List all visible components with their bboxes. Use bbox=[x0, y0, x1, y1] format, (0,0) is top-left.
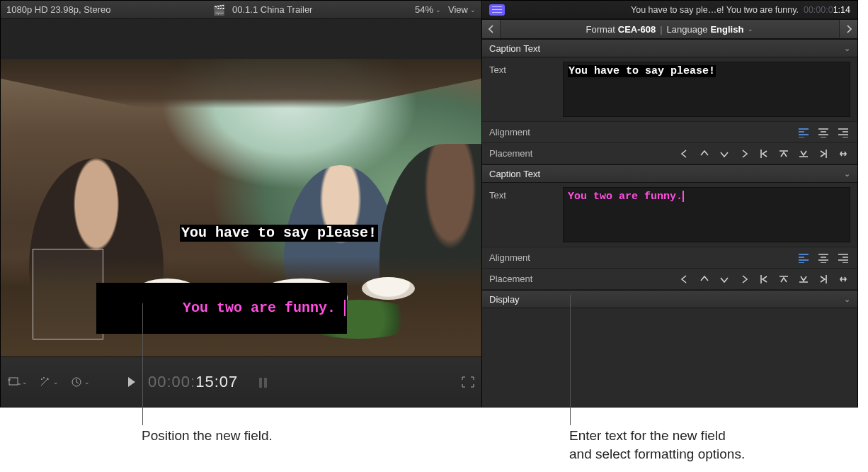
alignment-label: Alignment bbox=[489, 252, 563, 263]
chevron-down-icon: ⌄ bbox=[84, 378, 90, 386]
chevron-down-icon[interactable]: ⌄ bbox=[844, 44, 850, 53]
inspector-summary: You have to say ple…e! You two are funny… bbox=[631, 5, 799, 15]
text-row-1: Text You have to say please! bbox=[482, 57, 857, 122]
video-background bbox=[362, 277, 415, 300]
caption-text-input-1[interactable]: You have to say please! bbox=[563, 62, 850, 117]
format-label: Format bbox=[586, 24, 615, 35]
svg-point-2 bbox=[43, 377, 45, 378]
viewer-spacer bbox=[1, 19, 481, 59]
align-left-button[interactable] bbox=[796, 252, 811, 264]
align-left-button[interactable] bbox=[796, 126, 811, 139]
nudge-left-button[interactable] bbox=[678, 273, 692, 286]
format-value: CEA-608 bbox=[618, 24, 656, 35]
callout-text-left: Position the new field. bbox=[142, 427, 273, 445]
audio-meter[interactable] bbox=[258, 375, 276, 389]
chevron-down-icon[interactable]: ⌄ bbox=[844, 169, 850, 179]
timecode-display[interactable]: 00:00:15:07 bbox=[148, 373, 238, 391]
section-title: Display bbox=[489, 294, 520, 305]
nudge-down-button[interactable] bbox=[717, 273, 731, 286]
section-header-display[interactable]: Display ⌄ bbox=[482, 290, 857, 308]
caption-overlay-2-text: You two are funny. bbox=[183, 300, 336, 316]
text-label: Text bbox=[489, 62, 563, 75]
viewer-pane: 1080p HD 23.98p, Stereo 🎬 00.1.1 China T… bbox=[1, 1, 482, 407]
language-value: English bbox=[710, 24, 743, 35]
caption-overlay-2[interactable]: You two are funny. bbox=[96, 283, 347, 334]
nudge-left-button[interactable] bbox=[678, 147, 692, 160]
caption-icon[interactable] bbox=[489, 4, 505, 16]
svg-point-1 bbox=[41, 378, 42, 380]
crop-tool-dropdown[interactable]: ⌄ bbox=[8, 376, 28, 388]
view-dropdown[interactable]: View ⌄ bbox=[448, 4, 476, 15]
caption-text-value: You two are funny. bbox=[568, 191, 683, 203]
clapperboard-icon: 🎬 bbox=[213, 4, 225, 16]
snap-left-button[interactable] bbox=[757, 273, 771, 286]
text-label: Text bbox=[489, 187, 563, 201]
separator: | bbox=[660, 24, 662, 35]
play-button[interactable] bbox=[127, 376, 137, 388]
snap-left-button[interactable] bbox=[757, 147, 771, 160]
svg-rect-4 bbox=[259, 378, 262, 388]
callout-text-right: Enter text for the new field and select … bbox=[569, 427, 745, 463]
alignment-label: Alignment bbox=[489, 127, 563, 137]
section-title: Caption Text bbox=[489, 43, 540, 54]
snap-center-button[interactable] bbox=[836, 147, 850, 160]
chevron-down-icon[interactable]: ⌄ bbox=[844, 295, 850, 304]
video-frame: You have to say please! You two are funn… bbox=[1, 59, 481, 356]
app-window: 1080p HD 23.98p, Stereo 🎬 00.1.1 China T… bbox=[0, 0, 858, 408]
nudge-right-button[interactable] bbox=[737, 147, 751, 160]
snap-center-button[interactable] bbox=[836, 273, 850, 286]
text-row-2: Text You two are funny. bbox=[482, 183, 857, 247]
section-header-caption-1[interactable]: Caption Text ⌄ bbox=[482, 39, 857, 57]
nudge-right-button[interactable] bbox=[737, 273, 751, 286]
zoom-value: 54% bbox=[415, 4, 433, 15]
align-right-button[interactable] bbox=[836, 126, 850, 139]
view-label: View bbox=[448, 4, 468, 15]
effects-tool-dropdown[interactable]: ⌄ bbox=[39, 376, 59, 388]
snap-bottom-button[interactable] bbox=[796, 147, 811, 160]
snap-top-button[interactable] bbox=[777, 147, 791, 160]
caption-bounding-box[interactable] bbox=[33, 249, 103, 339]
nudge-up-button[interactable] bbox=[697, 273, 712, 286]
clip-format-info: 1080p HD 23.98p, Stereo bbox=[6, 4, 110, 15]
zoom-dropdown[interactable]: 54% ⌄ bbox=[415, 4, 441, 15]
chevron-down-icon: ⌄ bbox=[53, 378, 59, 386]
snap-right-button[interactable] bbox=[816, 273, 830, 286]
caption-text-input-2[interactable]: You two are funny. bbox=[563, 187, 850, 242]
inspector-header: You have to say ple…e! You two are funny… bbox=[482, 1, 857, 19]
snap-right-button[interactable] bbox=[816, 147, 830, 160]
text-cursor bbox=[683, 191, 684, 202]
prev-caption-button[interactable] bbox=[482, 20, 501, 38]
align-center-button[interactable] bbox=[816, 126, 830, 139]
language-label: Language bbox=[667, 24, 708, 35]
viewer-header: 1080p HD 23.98p, Stereo 🎬 00.1.1 China T… bbox=[1, 1, 481, 19]
inspector-title: You have to say ple…e! You two are funny… bbox=[512, 5, 850, 15]
svg-rect-5 bbox=[264, 378, 267, 388]
viewer-toolbar: ⌄ ⌄ ⌄ 00:00:15:07 bbox=[1, 356, 481, 407]
viewer-canvas[interactable]: You have to say please! You two are funn… bbox=[1, 59, 481, 356]
alignment-row-1: Alignment bbox=[482, 122, 857, 143]
placement-label: Placement bbox=[489, 148, 563, 159]
placement-row-2: Placement bbox=[482, 269, 857, 290]
fullscreen-button[interactable] bbox=[462, 376, 474, 388]
caption-format-dropdown[interactable]: Format CEA-608 | Language English ⌄ bbox=[501, 20, 839, 38]
clip-name: 00.1.1 China Trailer bbox=[232, 4, 312, 15]
snap-top-button[interactable] bbox=[777, 273, 791, 286]
align-right-button[interactable] bbox=[836, 252, 850, 264]
snap-bottom-button[interactable] bbox=[796, 273, 811, 286]
nudge-down-button[interactable] bbox=[717, 147, 731, 160]
placement-row-1: Placement bbox=[482, 143, 857, 164]
retime-tool-dropdown[interactable]: ⌄ bbox=[70, 376, 90, 388]
alignment-row-2: Alignment bbox=[482, 247, 857, 269]
chevron-down-icon: ⌄ bbox=[22, 378, 28, 386]
text-cursor bbox=[336, 300, 346, 316]
timecode-bright: 15:07 bbox=[195, 373, 238, 390]
section-header-caption-2[interactable]: Caption Text ⌄ bbox=[482, 164, 857, 183]
nudge-up-button[interactable] bbox=[697, 147, 712, 160]
align-center-button[interactable] bbox=[816, 252, 830, 264]
next-caption-button[interactable] bbox=[839, 20, 857, 38]
caption-overlay-1[interactable]: You have to say please! bbox=[180, 225, 378, 242]
callout-line-left bbox=[142, 303, 143, 425]
caption-text-value: You have to say please! bbox=[568, 65, 716, 77]
inspector-tc-bright: 1:14 bbox=[833, 5, 850, 15]
chevron-down-icon: ⌄ bbox=[435, 6, 441, 13]
